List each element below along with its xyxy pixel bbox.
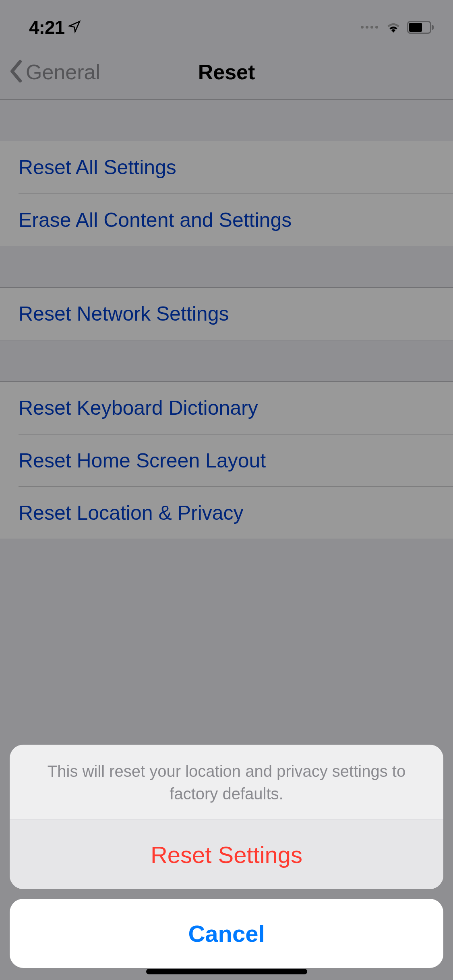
- action-label: Reset Settings: [151, 841, 302, 868]
- action-sheet-overlay[interactable]: This will reset your location and privac…: [0, 0, 453, 980]
- cancel-label: Cancel: [188, 920, 265, 947]
- action-sheet: This will reset your location and privac…: [10, 745, 443, 889]
- home-indicator[interactable]: [146, 969, 307, 974]
- cancel-button[interactable]: Cancel: [10, 899, 443, 968]
- settings-reset-screen: 4:21: [0, 0, 453, 980]
- reset-settings-button[interactable]: Reset Settings: [10, 820, 443, 889]
- action-sheet-message: This will reset your location and privac…: [10, 745, 443, 820]
